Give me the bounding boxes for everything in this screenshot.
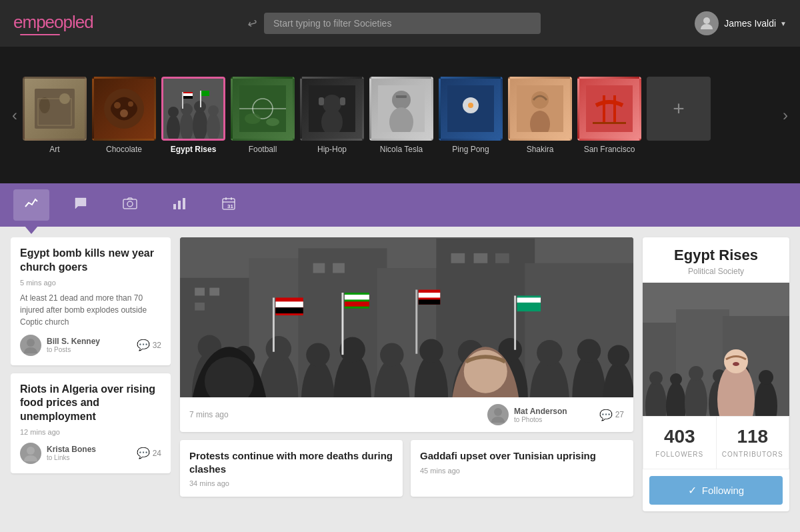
tab-photos[interactable] — [112, 189, 148, 221]
tab-calendar[interactable]: 31 — [211, 189, 247, 221]
contributors-label: CONTRIBUTORS — [722, 451, 783, 458]
svg-rect-21 — [183, 96, 193, 99]
following-button[interactable]: ✓ Following — [649, 476, 783, 505]
svg-rect-46 — [613, 95, 616, 122]
svg-rect-50 — [173, 204, 176, 209]
society-label-football: Football — [249, 145, 277, 154]
svg-rect-37 — [396, 95, 407, 98]
svg-rect-44 — [586, 85, 633, 132]
svg-point-0 — [703, 17, 710, 24]
comment-count-1: 💬 32 — [137, 339, 161, 351]
society-item-pingpong[interactable]: Ping Pong — [439, 77, 503, 154]
tab-feed[interactable] — [13, 189, 49, 221]
chat-icon — [73, 196, 88, 214]
news-time-1: 5 mins ago — [20, 279, 161, 287]
svg-rect-102 — [275, 307, 303, 313]
svg-point-80 — [266, 336, 291, 361]
svg-point-7 — [128, 101, 133, 107]
right-column: Egypt Rises Political Society — [643, 237, 789, 521]
svg-rect-52 — [183, 198, 185, 209]
prev-arrow[interactable]: ‹ — [7, 106, 23, 125]
news-time-2: 12 mins ago — [20, 428, 161, 436]
main-content: Egypt bomb kills new year church goers 5… — [0, 227, 800, 532]
small-card-title-2: Gaddafi upset over Tunisian uprising — [420, 449, 624, 463]
society-label-chocolate: Chocolate — [106, 145, 142, 154]
svg-point-88 — [419, 339, 443, 363]
svg-rect-73 — [474, 253, 488, 263]
svg-rect-48 — [123, 199, 137, 209]
news-footer-1: Bill S. Kenney to Posts 💬 32 — [20, 335, 161, 356]
small-card-2: Gaddafi upset over Tunisian uprising 45 … — [411, 440, 633, 497]
society-label-egypt: Egypt Rises — [171, 145, 217, 154]
society-list: Art Chocolate — [23, 77, 777, 154]
society-item-shakira[interactable]: Shakira — [508, 77, 572, 154]
svg-point-4 — [59, 93, 70, 104]
main-protest-image — [180, 237, 633, 397]
post-comment-icon: 💬 — [599, 409, 613, 421]
user-menu[interactable]: James Ivaldi ▼ — [695, 11, 787, 35]
svg-rect-22 — [200, 91, 201, 107]
society-item-hiphop[interactable]: Hip-Hop — [300, 77, 364, 154]
society-bar: ‹ Art Chocolate — [0, 47, 800, 183]
society-item-egypt[interactable]: Egypt Rises — [161, 77, 225, 154]
small-cards-row: Protests continue with more deaths durin… — [180, 440, 633, 497]
society-item-art[interactable]: Art — [23, 77, 87, 154]
society-info-panel: Egypt Rises Political Society — [643, 237, 789, 511]
svg-point-28 — [266, 118, 279, 126]
svg-rect-72 — [451, 253, 465, 263]
feed-icon — [24, 196, 39, 214]
following-button-label: Following — [702, 485, 744, 496]
author-avatar-2 — [20, 443, 41, 464]
svg-rect-101 — [275, 301, 303, 307]
svg-rect-109 — [419, 293, 441, 297]
svg-point-27 — [245, 113, 261, 124]
society-label-tesla: Nicola Tesla — [380, 145, 423, 154]
svg-point-58 — [27, 339, 35, 347]
tab-bar: 31 — [0, 183, 800, 227]
society-item-sanfran[interactable]: San Francisco — [577, 77, 641, 154]
news-footer-2: Krista Bones to Links 💬 24 — [20, 443, 161, 464]
check-icon: ✓ — [688, 484, 697, 497]
svg-point-59 — [27, 447, 35, 455]
society-label-sanfran: San Francisco — [584, 145, 635, 154]
svg-point-128 — [689, 366, 703, 381]
post-author-avatar — [487, 404, 509, 425]
svg-rect-33 — [340, 97, 345, 105]
svg-rect-20 — [183, 93, 193, 96]
svg-point-124 — [649, 371, 663, 385]
small-card-time-1: 34 mins ago — [189, 479, 393, 487]
post-comment-count: 💬 27 — [599, 409, 624, 421]
author-info-1: Bill S. Kenney to Posts — [47, 337, 100, 353]
society-add[interactable]: + — [647, 77, 711, 154]
svg-rect-32 — [319, 97, 324, 105]
search-input[interactable] — [264, 13, 541, 34]
svg-point-49 — [127, 201, 133, 207]
svg-point-126 — [670, 373, 682, 385]
user-name: James Ivaldi — [724, 18, 776, 29]
svg-rect-105 — [345, 295, 369, 299]
svg-rect-68 — [209, 288, 219, 296]
svg-rect-67 — [195, 288, 205, 296]
society-item-tesla[interactable]: Nicola Tesla — [369, 77, 433, 154]
logo[interactable]: empeopled — [13, 12, 93, 35]
svg-point-94 — [537, 340, 562, 365]
center-column: 7 mins ago Mat Anderson to Photos 💬 27 — [171, 237, 643, 521]
news-author-2: Krista Bones to Links — [20, 443, 96, 464]
society-item-chocolate[interactable]: Chocolate — [92, 77, 156, 154]
small-card-time-2: 45 mins ago — [420, 467, 624, 475]
tab-stats[interactable] — [161, 189, 197, 221]
svg-point-82 — [306, 343, 329, 366]
tab-chat[interactable] — [63, 189, 99, 221]
society-item-football[interactable]: Football — [231, 77, 295, 154]
svg-rect-70 — [313, 263, 325, 273]
followers-count: 403 — [649, 426, 711, 447]
camera-icon — [123, 196, 137, 214]
svg-point-86 — [380, 343, 403, 366]
svg-point-118 — [494, 408, 502, 416]
post-author-info: Mat Anderson to Photos — [514, 407, 567, 423]
left-column: Egypt bomb kills new year church goers 5… — [11, 237, 171, 521]
next-arrow[interactable]: › — [777, 106, 793, 125]
svg-point-2 — [39, 97, 50, 113]
society-label-pingpong: Ping Pong — [452, 145, 489, 154]
contributors-count: 118 — [722, 426, 784, 447]
